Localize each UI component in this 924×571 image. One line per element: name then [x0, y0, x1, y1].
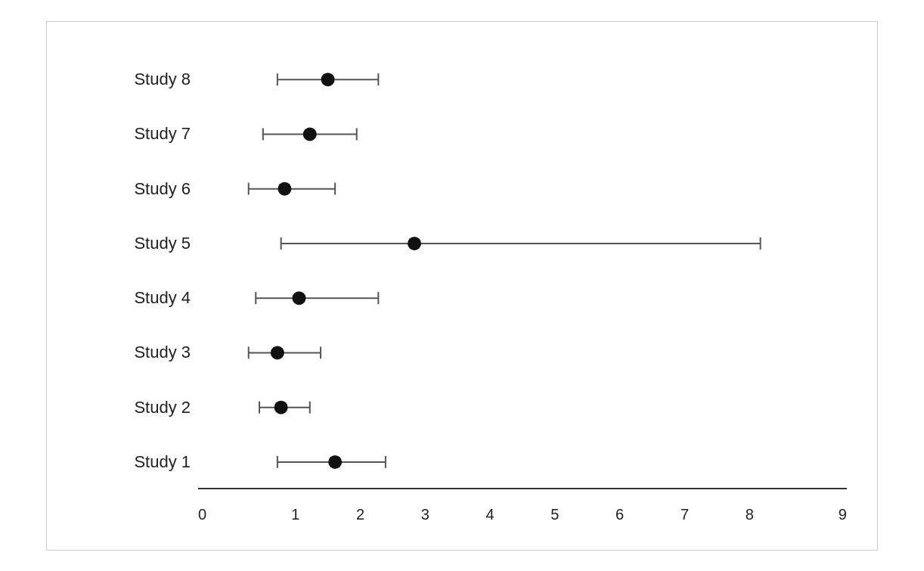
- x-axis-label: 4: [457, 506, 522, 523]
- svg-text:Study 1: Study 1: [134, 452, 191, 470]
- svg-text:Study 7: Study 7: [134, 124, 191, 143]
- chart-container: Study 8Study 7Study 6Study 5Study 4Study…: [46, 21, 878, 551]
- svg-text:Study 8: Study 8: [134, 70, 191, 88]
- svg-point-3: [321, 73, 335, 86]
- svg-text:Study 4: Study 4: [134, 288, 191, 307]
- svg-point-38: [328, 455, 342, 468]
- x-axis-label: 9: [782, 506, 847, 523]
- x-axis-label: 7: [653, 506, 718, 523]
- svg-point-13: [278, 182, 291, 195]
- svg-point-28: [271, 346, 284, 359]
- x-axis-label: 5: [522, 506, 588, 523]
- x-axis-labels: 0123456789: [198, 506, 847, 523]
- forest-plot-svg: Study 8Study 7Study 6Study 5Study 4Study…: [198, 52, 847, 489]
- x-axis-line: [198, 488, 847, 489]
- svg-text:Study 2: Study 2: [134, 397, 191, 416]
- x-axis-label: 6: [588, 506, 653, 523]
- svg-point-8: [303, 127, 317, 141]
- svg-text:Study 3: Study 3: [134, 343, 191, 362]
- plot-area: Study 8Study 7Study 6Study 5Study 4Study…: [198, 52, 847, 489]
- x-axis-label: 2: [328, 506, 393, 523]
- x-axis-label: 0: [198, 506, 263, 523]
- svg-text:Study 6: Study 6: [134, 178, 191, 197]
- svg-point-23: [292, 291, 305, 305]
- x-axis-label: 8: [717, 506, 782, 523]
- svg-point-33: [274, 400, 288, 414]
- svg-text:Study 5: Study 5: [134, 233, 191, 252]
- x-axis-label: 1: [263, 506, 328, 523]
- x-axis-label: 3: [392, 506, 457, 523]
